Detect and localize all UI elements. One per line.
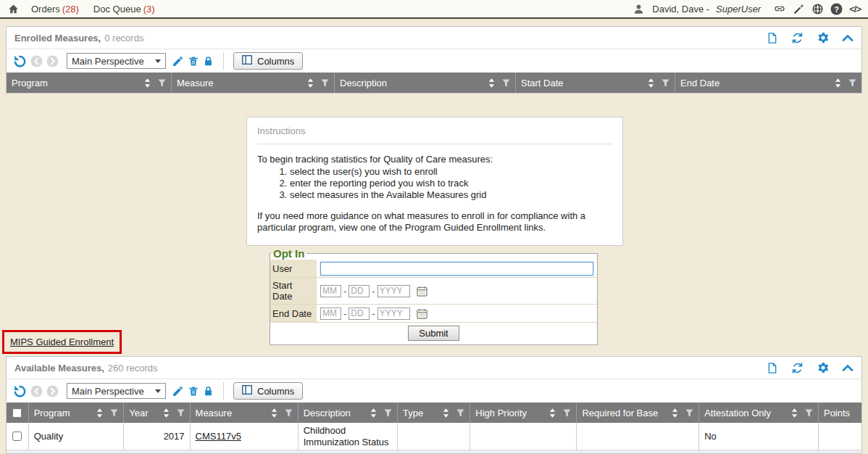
- filter-funnel-icon[interactable]: [563, 409, 571, 417]
- opt-in-end-date-row: End Date - -: [270, 305, 597, 323]
- submit-button[interactable]: Submit: [408, 326, 459, 341]
- user-field-label: User: [270, 260, 317, 277]
- measure-link[interactable]: CMS117v5: [196, 431, 241, 442]
- refresh-icon[interactable]: [790, 361, 804, 375]
- edit-pencil-icon[interactable]: [172, 385, 184, 397]
- sort-icon[interactable]: [144, 78, 151, 88]
- row-attestation-only-cell: No: [699, 423, 819, 450]
- filter-funnel-icon[interactable]: [848, 79, 856, 87]
- code-icon[interactable]: </>: [849, 4, 861, 15]
- filter-funnel-icon[interactable]: [456, 409, 464, 417]
- column-header-end-date[interactable]: End Date: [675, 73, 861, 93]
- sort-icon[interactable]: [672, 408, 678, 418]
- select-all-checkbox[interactable]: [12, 408, 22, 418]
- start-year-input[interactable]: [377, 285, 410, 297]
- gear-icon[interactable]: [817, 361, 830, 374]
- new-document-icon[interactable]: [767, 31, 778, 45]
- sort-icon[interactable]: [307, 78, 314, 88]
- start-day-input[interactable]: [349, 285, 370, 297]
- calendar-icon[interactable]: [417, 308, 427, 319]
- enrolled-panel-title: Enrolled Measures,: [14, 33, 101, 44]
- collapse-icon[interactable]: [842, 364, 854, 371]
- sort-icon[interactable]: [271, 408, 277, 418]
- toolbar-separator: [223, 382, 224, 400]
- enrolled-record-count: 0 records: [104, 33, 143, 44]
- help-icon[interactable]: ?: [830, 3, 843, 15]
- sort-icon[interactable]: [791, 408, 798, 418]
- prev-icon[interactable]: [30, 55, 43, 67]
- column-header-year[interactable]: Year: [124, 403, 190, 423]
- link-icon[interactable]: [773, 3, 786, 15]
- filter-funnel-icon[interactable]: [685, 409, 693, 417]
- column-header-program[interactable]: Program: [7, 73, 172, 93]
- column-header-points[interactable]: Points: [819, 403, 861, 423]
- column-header-required-for-base[interactable]: Required for Base: [577, 403, 699, 423]
- next-icon[interactable]: [46, 55, 59, 67]
- collapse-icon[interactable]: [842, 34, 854, 41]
- column-header-label: Measure: [196, 408, 267, 418]
- end-day-input[interactable]: [349, 308, 370, 320]
- wand-icon[interactable]: [793, 3, 805, 15]
- column-header-attestation-only[interactable]: Attestation Only: [699, 403, 819, 423]
- filter-funnel-icon[interactable]: [384, 409, 392, 417]
- sort-icon[interactable]: [163, 408, 170, 418]
- sort-icon[interactable]: [835, 78, 841, 88]
- column-header-program[interactable]: Program: [29, 403, 125, 423]
- end-month-input[interactable]: [320, 308, 341, 320]
- perspective-dropdown[interactable]: Main Perspective: [67, 53, 166, 69]
- column-header-type[interactable]: Type: [398, 403, 470, 423]
- new-document-icon[interactable]: [767, 361, 778, 375]
- undo-icon[interactable]: [13, 384, 27, 398]
- mips-guided-enrollment-link[interactable]: MIPS Guided Enrollment: [10, 337, 114, 347]
- sort-icon[interactable]: [96, 408, 103, 418]
- perspective-dropdown[interactable]: Main Perspective: [67, 383, 166, 399]
- prev-icon[interactable]: [30, 385, 43, 397]
- columns-button[interactable]: Columns: [233, 52, 303, 70]
- undo-icon[interactable]: [13, 54, 27, 68]
- calendar-icon[interactable]: [417, 286, 427, 297]
- next-row-partial: [7, 450, 861, 453]
- column-header-high-priority[interactable]: High Priority: [470, 403, 577, 423]
- sort-icon[interactable]: [443, 408, 449, 418]
- enrolled-grid-header: Program Measure Description Start Date E…: [7, 73, 861, 93]
- delete-trash-icon[interactable]: [188, 55, 199, 67]
- row-checkbox[interactable]: [12, 432, 22, 441]
- column-header-description[interactable]: Description: [299, 403, 398, 423]
- user-role: SuperUser: [716, 4, 761, 15]
- filter-funnel-icon[interactable]: [110, 409, 118, 417]
- instructions-steps: select the user(s) you wish to enroll en…: [257, 166, 612, 200]
- nav-doc-queue[interactable]: Doc Queue(3): [93, 4, 155, 15]
- column-header-label: End Date: [680, 78, 830, 88]
- filter-funnel-icon[interactable]: [662, 79, 669, 87]
- column-header-measure[interactable]: Measure: [172, 73, 335, 93]
- delete-trash-icon[interactable]: [188, 385, 199, 397]
- filter-funnel-icon[interactable]: [285, 409, 293, 417]
- sort-icon[interactable]: [370, 408, 377, 418]
- lock-icon[interactable]: [203, 385, 214, 397]
- column-header-measure[interactable]: Measure: [191, 403, 299, 423]
- sort-icon[interactable]: [549, 408, 556, 418]
- home-icon[interactable]: [7, 4, 20, 15]
- gear-icon[interactable]: [817, 31, 830, 44]
- end-year-input[interactable]: [377, 308, 410, 320]
- globe-icon[interactable]: [811, 3, 824, 15]
- user-input[interactable]: [320, 262, 593, 276]
- lock-icon[interactable]: [203, 55, 214, 67]
- nav-orders[interactable]: Orders(28): [31, 4, 79, 15]
- filter-funnel-icon[interactable]: [502, 79, 510, 87]
- filter-funnel-icon[interactable]: [177, 409, 185, 417]
- filter-funnel-icon[interactable]: [158, 79, 166, 87]
- filter-funnel-icon[interactable]: [805, 409, 813, 417]
- sort-icon[interactable]: [488, 78, 495, 88]
- column-header-description[interactable]: Description: [335, 73, 516, 93]
- sort-icon[interactable]: [648, 78, 654, 88]
- edit-pencil-icon[interactable]: [172, 55, 184, 67]
- start-month-input[interactable]: [320, 285, 341, 297]
- columns-button[interactable]: Columns: [233, 382, 303, 400]
- instructions-divider: [257, 144, 612, 144]
- refresh-icon[interactable]: [790, 31, 804, 45]
- filter-funnel-icon[interactable]: [321, 79, 329, 87]
- column-header-start-date[interactable]: Start Date: [516, 73, 675, 93]
- next-icon[interactable]: [46, 385, 59, 397]
- submit-row: Submit: [270, 323, 597, 344]
